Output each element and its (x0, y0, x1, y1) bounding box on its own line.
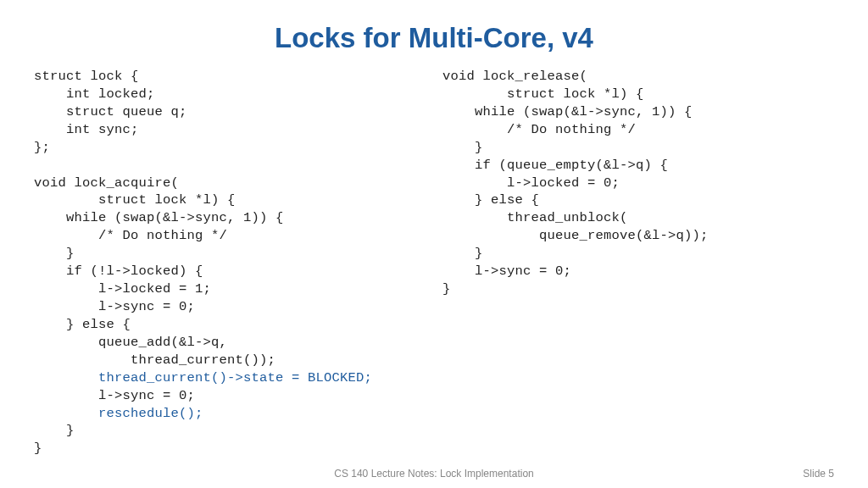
code-highlight: reschedule(); (34, 406, 203, 421)
code-segment: struct lock { int locked; struct queue q… (34, 69, 284, 368)
code-left: struct lock { int locked; struct queue q… (34, 68, 426, 458)
left-column: struct lock { int locked; struct queue q… (34, 68, 434, 458)
code-right: void lock_release( struct lock *l) { whi… (442, 68, 834, 298)
code-segment: } } (34, 423, 75, 456)
footer-right: Slide 5 (803, 468, 834, 480)
code-highlight: thread_current()->state = BLOCKED; (34, 370, 372, 385)
code-segment: l->sync = 0; (34, 388, 195, 403)
slide-title: Locks for Multi-Core, v4 (0, 0, 868, 68)
slide-footer: CS 140 Lecture Notes: Lock Implementatio… (0, 468, 868, 480)
code-columns: struct lock { int locked; struct queue q… (0, 68, 868, 458)
right-column: void lock_release( struct lock *l) { whi… (434, 68, 834, 458)
footer-center: CS 140 Lecture Notes: Lock Implementatio… (334, 468, 533, 480)
